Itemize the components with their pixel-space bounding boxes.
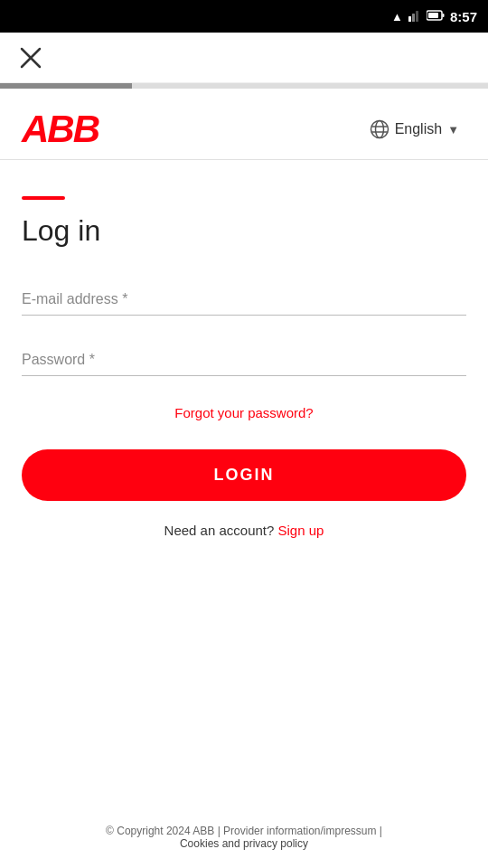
close-icon (18, 45, 43, 71)
chevron-down-icon: ▼ (447, 123, 459, 137)
header: ABB English ▼ (0, 89, 488, 160)
email-input[interactable] (22, 284, 466, 316)
email-input-group (22, 284, 466, 316)
svg-rect-4 (428, 13, 438, 18)
svg-point-9 (375, 121, 383, 138)
footer: © Copyright 2024 ABB | Provider informat… (0, 807, 488, 868)
language-label: English (395, 121, 442, 137)
abb-logo: ABB (22, 110, 99, 148)
copyright-text: © Copyright 2024 ABB | Provider informat… (106, 825, 382, 837)
svg-rect-1 (412, 14, 415, 22)
status-time: 8:57 (450, 9, 477, 24)
privacy-policy-link[interactable]: Cookies and privacy policy (180, 837, 308, 850)
svg-rect-0 (408, 16, 411, 22)
battery-icon (427, 10, 445, 24)
svg-point-8 (371, 121, 388, 138)
progress-bar-fill (0, 83, 132, 89)
status-bar: ▲ 8:57 (0, 0, 488, 33)
red-line-decoration (22, 196, 65, 200)
wifi-icon: ▲ (391, 10, 403, 24)
globe-icon (370, 119, 389, 139)
close-button[interactable] (14, 42, 47, 74)
signup-prompt: Need an account? (164, 523, 275, 538)
forgot-password-button[interactable]: Forgot your password? (22, 405, 466, 420)
login-button[interactable]: LOGIN (22, 449, 466, 501)
signup-row: Need an account? Sign up (22, 523, 466, 538)
close-row (0, 33, 488, 83)
password-input-group (22, 344, 466, 376)
svg-rect-5 (442, 14, 444, 17)
login-title: Log in (22, 214, 466, 248)
abb-logo-text: ABB (22, 110, 99, 148)
language-selector[interactable]: English ▼ (362, 114, 466, 145)
main-content: Log in Forgot your password? LOGIN Need … (0, 160, 488, 807)
signal-icon (408, 9, 421, 24)
svg-rect-2 (416, 11, 418, 22)
progress-bar (0, 83, 488, 89)
password-input[interactable] (22, 344, 466, 376)
signup-link[interactable]: Sign up (278, 523, 324, 538)
